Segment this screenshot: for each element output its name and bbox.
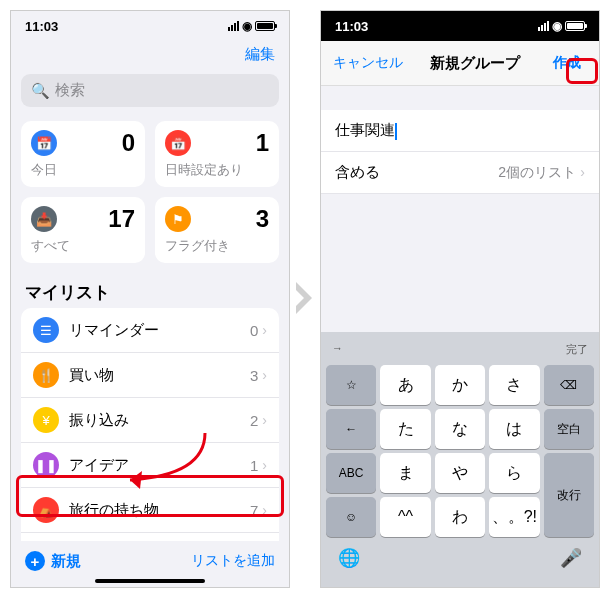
list-label: 振り込み bbox=[69, 411, 250, 430]
list-label: 旅行の持ち物 bbox=[69, 501, 250, 520]
keyboard: → 完了 ☆あかさ⌫←たなは空白ABCまやら改行☺^^わ、。?! 🌐 🎤 bbox=[321, 332, 599, 587]
group-name-input[interactable]: 仕事関連 bbox=[321, 110, 599, 152]
key[interactable]: ら bbox=[489, 453, 539, 493]
list-row[interactable]: 🍴 買い物 3 › bbox=[21, 353, 279, 398]
transition-arrow-icon bbox=[294, 280, 316, 316]
list-row[interactable]: ⛺ 旅行の持ち物 7 › bbox=[21, 488, 279, 533]
list-row[interactable]: ❚❚ アイデア 1 › bbox=[21, 443, 279, 488]
chevron-icon: › bbox=[262, 502, 267, 518]
search-icon: 🔍 bbox=[31, 82, 50, 100]
chevron-icon: › bbox=[580, 164, 585, 180]
keyboard-toolbar: 🌐 🎤 bbox=[324, 539, 596, 587]
wifi-icon: ◉ bbox=[242, 19, 252, 33]
search-input[interactable]: 🔍 検索 bbox=[21, 74, 279, 107]
nav-bar: キャンセル 新規グループ 作成 bbox=[321, 41, 599, 86]
list-count: 2 bbox=[250, 412, 258, 429]
key[interactable]: わ bbox=[435, 497, 485, 537]
kb-done[interactable]: 完了 bbox=[566, 342, 588, 357]
new-reminder-button[interactable]: + 新規 bbox=[25, 551, 81, 571]
plus-icon: + bbox=[25, 551, 45, 571]
key[interactable]: ☺ bbox=[326, 497, 376, 537]
key[interactable]: 改行 bbox=[544, 453, 594, 537]
key[interactable]: な bbox=[435, 409, 485, 449]
chevron-icon: › bbox=[262, 412, 267, 428]
text-cursor bbox=[395, 123, 397, 140]
edit-button[interactable]: 編集 bbox=[245, 45, 275, 62]
key[interactable]: や bbox=[435, 453, 485, 493]
create-button[interactable]: 作成 bbox=[547, 51, 587, 75]
chevron-icon: › bbox=[262, 322, 267, 338]
add-list-button[interactable]: リストを追加 bbox=[191, 552, 275, 570]
tile[interactable]: 📅 0 今日 bbox=[21, 121, 145, 187]
list-icon: ¥ bbox=[33, 407, 59, 433]
kb-prev[interactable]: → bbox=[332, 342, 343, 357]
status-time: 11:03 bbox=[25, 19, 58, 34]
tile-label: フラグ付き bbox=[165, 237, 269, 255]
signal-icon bbox=[538, 21, 549, 31]
globe-icon[interactable]: 🌐 bbox=[338, 547, 360, 569]
status-time: 11:03 bbox=[335, 19, 368, 34]
status-bar: 11:03 ◉ bbox=[11, 11, 289, 41]
tile-count: 17 bbox=[108, 205, 135, 233]
key[interactable]: ^^ bbox=[380, 497, 430, 537]
list-icon: ☰ bbox=[33, 317, 59, 343]
right-screenshot: 11:03 ◉ キャンセル 新規グループ 作成 仕事関連 含める 2個のリスト … bbox=[320, 10, 600, 588]
status-icons: ◉ bbox=[538, 19, 585, 33]
tile-icon: 📅 bbox=[31, 130, 57, 156]
group-form: 仕事関連 含める 2個のリスト › bbox=[321, 110, 599, 194]
tile-icon: ⚑ bbox=[165, 206, 191, 232]
section-title: マイリスト bbox=[11, 271, 289, 308]
list-label: 買い物 bbox=[69, 366, 250, 385]
key[interactable]: ← bbox=[326, 409, 376, 449]
chevron-icon: › bbox=[262, 457, 267, 473]
key[interactable]: か bbox=[435, 365, 485, 405]
tile[interactable]: ⚑ 3 フラグ付き bbox=[155, 197, 279, 263]
tile-label: 日時設定あり bbox=[165, 161, 269, 179]
key[interactable]: た bbox=[380, 409, 430, 449]
input-value: 仕事関連 bbox=[335, 121, 395, 138]
key[interactable]: 空白 bbox=[544, 409, 594, 449]
list-icon: ▭ bbox=[33, 587, 59, 588]
include-row[interactable]: 含める 2個のリスト › bbox=[321, 152, 599, 194]
key[interactable]: さ bbox=[489, 365, 539, 405]
left-screenshot: 11:03 ◉ 編集 🔍 検索 📅 0 今日 📅 1 日時設定あり 📥 17 す… bbox=[10, 10, 290, 588]
list-count: 1 bbox=[250, 457, 258, 474]
key[interactable]: あ bbox=[380, 365, 430, 405]
key[interactable]: ABC bbox=[326, 453, 376, 493]
list-row[interactable]: ☰ リマインダー 0 › bbox=[21, 308, 279, 353]
cancel-button[interactable]: キャンセル bbox=[333, 54, 403, 72]
home-indicator bbox=[95, 579, 205, 583]
key[interactable]: ま bbox=[380, 453, 430, 493]
battery-icon bbox=[565, 21, 585, 31]
wifi-icon: ◉ bbox=[552, 19, 562, 33]
key[interactable]: は bbox=[489, 409, 539, 449]
tile[interactable]: 📅 1 日時設定あり bbox=[155, 121, 279, 187]
key[interactable]: 、。?! bbox=[489, 497, 539, 537]
nav-title: 新規グループ bbox=[430, 54, 520, 73]
include-value: 2個のリスト bbox=[498, 164, 576, 180]
list-count: 3 bbox=[250, 367, 258, 384]
summary-tiles: 📅 0 今日 📅 1 日時設定あり 📥 17 すべて ⚑ 3 フラグ付き bbox=[11, 113, 289, 271]
list-icon: 🍴 bbox=[33, 362, 59, 388]
list-label: リマインダー bbox=[69, 321, 250, 340]
tile-count: 3 bbox=[256, 205, 269, 233]
chevron-icon: › bbox=[262, 367, 267, 383]
tile-count: 1 bbox=[256, 129, 269, 157]
list-row[interactable]: ¥ 振り込み 2 › bbox=[21, 398, 279, 443]
status-bar: 11:03 ◉ bbox=[321, 11, 599, 41]
signal-icon bbox=[228, 21, 239, 31]
list-icon: ❚❚ bbox=[33, 452, 59, 478]
tile-icon: 📥 bbox=[31, 206, 57, 232]
mic-icon[interactable]: 🎤 bbox=[560, 547, 582, 569]
tile-count: 0 bbox=[122, 129, 135, 157]
list-count: 7 bbox=[250, 502, 258, 519]
tile-icon: 📅 bbox=[165, 130, 191, 156]
list-label: アイデア bbox=[69, 456, 250, 475]
key[interactable]: ⌫ bbox=[544, 365, 594, 405]
tile-label: すべて bbox=[31, 237, 135, 255]
tile-label: 今日 bbox=[31, 161, 135, 179]
search-placeholder: 検索 bbox=[55, 81, 85, 100]
tile[interactable]: 📥 17 すべて bbox=[21, 197, 145, 263]
list-count: 0 bbox=[250, 322, 258, 339]
key[interactable]: ☆ bbox=[326, 365, 376, 405]
